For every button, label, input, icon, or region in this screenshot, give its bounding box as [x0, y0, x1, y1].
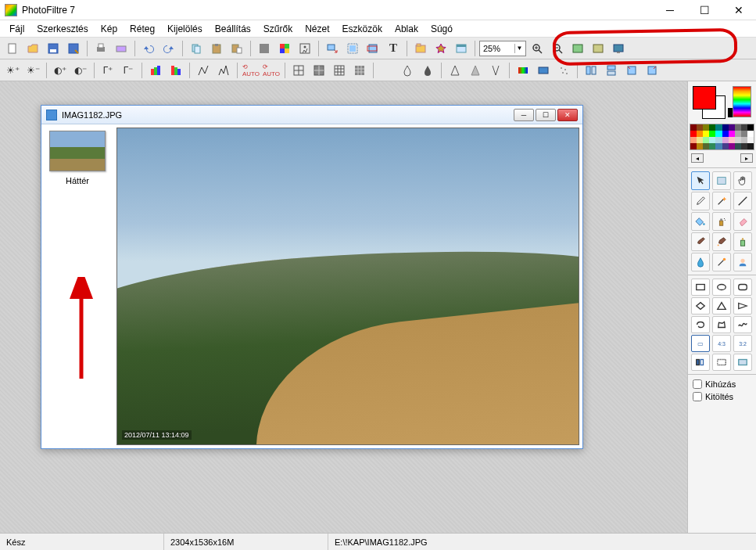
shape-ratio32[interactable]: 3:2 — [733, 335, 752, 352]
pastenew-icon[interactable] — [228, 39, 246, 58]
palette-swatch[interactable] — [729, 137, 735, 143]
dropdown-arrow-icon[interactable]: ▼ — [514, 44, 524, 53]
maximize-button[interactable]: ☐ — [687, 0, 722, 20]
swatches-icon[interactable] — [275, 39, 294, 58]
explore-icon[interactable] — [411, 39, 430, 58]
palette-swatch[interactable] — [729, 143, 735, 149]
shape-rect[interactable] — [691, 279, 710, 296]
palette-swatch[interactable] — [722, 137, 729, 143]
advbrush-tool[interactable] — [712, 232, 731, 251]
pointer-tool[interactable] — [691, 171, 710, 190]
palette-swatch[interactable] — [709, 137, 715, 143]
blur-icon[interactable] — [466, 61, 485, 80]
autofit-icon[interactable] — [589, 39, 607, 58]
dust-icon[interactable] — [554, 61, 573, 80]
fliph-icon[interactable] — [582, 61, 600, 80]
palette-swatch[interactable] — [741, 124, 747, 131]
palette-swatch[interactable] — [747, 124, 754, 131]
print-icon[interactable] — [91, 39, 110, 58]
menu-view[interactable]: Nézet — [299, 22, 335, 36]
var-icon[interactable] — [486, 61, 505, 80]
grid2-icon[interactable] — [310, 61, 328, 80]
minimize-button[interactable]: ─ — [653, 0, 687, 20]
spray-tool[interactable] — [712, 212, 731, 231]
palette-swatch[interactable] — [703, 124, 709, 131]
undo-icon[interactable] — [139, 39, 158, 58]
grid3-icon[interactable] — [330, 61, 349, 80]
menu-filters[interactable]: Szűrők — [257, 22, 299, 36]
rgb-icon[interactable] — [255, 39, 274, 58]
imgwin-minimize-button[interactable]: ─ — [514, 109, 534, 121]
palette-swatch[interactable] — [747, 137, 754, 143]
palette-swatch[interactable] — [690, 131, 697, 137]
shape-polygon[interactable] — [712, 316, 731, 333]
open-icon[interactable] — [23, 39, 42, 58]
palette-swatch[interactable] — [697, 137, 703, 143]
contrastminus-icon[interactable]: ◐⁻ — [71, 61, 90, 80]
line-tool[interactable] — [733, 192, 752, 210]
foreground-color-swatch[interactable] — [693, 86, 716, 110]
menu-selection[interactable]: Kijelölés — [161, 22, 209, 36]
zoom-combobox[interactable]: 25% ▼ — [479, 41, 526, 56]
palette-swatch[interactable] — [715, 124, 722, 131]
shape-settings[interactable] — [733, 354, 752, 371]
zoomout-icon[interactable] — [548, 39, 567, 58]
grid4-icon[interactable] — [350, 61, 369, 80]
histogram-icon[interactable] — [296, 39, 314, 58]
palette-swatch[interactable] — [722, 143, 729, 149]
palette-swatch[interactable] — [722, 131, 729, 137]
color2-icon[interactable] — [534, 61, 553, 80]
module-icon[interactable] — [452, 39, 471, 58]
canvassize-icon[interactable] — [343, 39, 362, 58]
menu-image[interactable]: Kép — [95, 22, 124, 36]
color1-icon[interactable] — [514, 61, 532, 80]
zoomin-icon[interactable] — [528, 39, 546, 58]
shape-roundrect[interactable] — [733, 279, 752, 296]
drop1-icon[interactable] — [398, 61, 417, 80]
fullscreen-icon[interactable] — [609, 39, 628, 58]
shape-freehand[interactable] — [733, 316, 752, 333]
eyedropper-tool[interactable] — [691, 192, 710, 210]
histo2-icon[interactable] — [214, 61, 233, 80]
shape-triangle2[interactable] — [733, 297, 752, 315]
palette-swatch[interactable] — [715, 137, 722, 143]
text-icon[interactable]: T — [384, 39, 403, 58]
palette-swatch[interactable] — [697, 143, 703, 149]
fit-icon[interactable] — [568, 39, 587, 58]
shape-invert[interactable] — [691, 354, 710, 371]
palette-swatch[interactable] — [703, 137, 709, 143]
menu-tools[interactable]: Eszközök — [336, 22, 389, 36]
gray-icon[interactable] — [378, 61, 396, 80]
autocontrast-icon[interactable]: ⟳AUTO — [262, 61, 281, 80]
grid1-icon[interactable] — [289, 61, 308, 80]
palette-swatch[interactable] — [735, 131, 741, 137]
image-canvas[interactable]: 2012/07/11 13:14:09 — [116, 128, 579, 445]
spectrum-picker[interactable] — [733, 86, 751, 117]
option-fill-checkbox[interactable] — [693, 392, 702, 401]
palette-swatch[interactable] — [709, 124, 715, 131]
shape-lasso[interactable] — [691, 316, 710, 333]
palette-next-button[interactable]: ▸ — [740, 153, 753, 163]
saveas-icon[interactable] — [64, 39, 83, 58]
drop2-icon[interactable] — [418, 61, 437, 80]
palette-swatch[interactable] — [741, 131, 747, 137]
eraser-tool[interactable] — [733, 212, 752, 231]
imgsize-icon[interactable] — [323, 39, 342, 58]
palette-swatch[interactable] — [697, 124, 703, 131]
brightminus-icon[interactable]: ☀⁻ — [23, 61, 42, 80]
gammaminus-icon[interactable]: Γ⁻ — [119, 61, 138, 80]
option-outline[interactable]: Kihúzás — [693, 379, 751, 389]
image-window-titlebar[interactable]: IMAG1182.JPG ─ ☐ ✕ — [41, 106, 582, 124]
auto-icon[interactable] — [432, 39, 450, 58]
layer-thumbnail[interactable] — [49, 131, 106, 171]
rotl-icon[interactable] — [622, 61, 641, 80]
clone-tool[interactable] — [733, 232, 752, 251]
shape-triangle[interactable] — [712, 297, 731, 315]
image-canvas-area[interactable]: 2012/07/11 13:14:09 — [113, 124, 582, 448]
palette-swatch[interactable] — [735, 137, 741, 143]
palette-swatch[interactable] — [729, 124, 735, 131]
hand-tool[interactable] — [733, 171, 752, 190]
new-icon[interactable] — [3, 39, 22, 58]
palette-swatch[interactable] — [747, 143, 754, 149]
bucket-tool[interactable] — [691, 212, 710, 231]
